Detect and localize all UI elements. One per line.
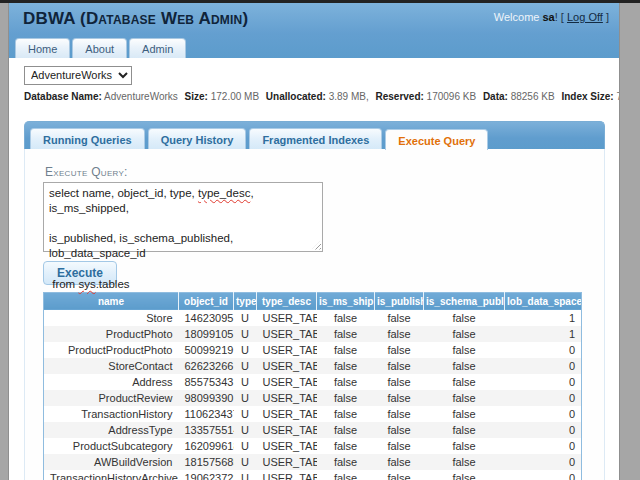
stat-label: Data:: [483, 91, 508, 102]
column-header-object-id: object_id: [179, 292, 234, 310]
stat-value: 170096 KB: [427, 91, 477, 102]
cell-type-desc: USER_TABLE: [257, 326, 317, 342]
cell-name: ProductProductPhoto: [44, 342, 179, 358]
stat-value: 77168 KB: [616, 91, 620, 102]
cell-is-schema-published: false: [424, 374, 505, 390]
tab-running-queries[interactable]: Running Queries: [30, 128, 145, 149]
cell-type: U: [234, 470, 257, 480]
cell-lob-data-space-id: 0: [505, 374, 582, 390]
stat-label: Size:: [185, 91, 208, 102]
sql-query-input[interactable]: select name, object_id, type, type_desc,…: [43, 182, 323, 252]
cell-type: U: [234, 358, 257, 374]
cell-is-published: false: [375, 422, 424, 438]
main-nav: Home About Admin: [15, 38, 186, 58]
sql-text: .tables: [96, 278, 130, 290]
cell-lob-data-space-id: 1: [505, 326, 582, 342]
table-row: ProductPhoto 18099105 U USER_TABLE false…: [44, 326, 582, 342]
cell-is-ms-shipped: false: [317, 358, 375, 374]
execute-query-panel: Execute Query: select name, object_id, t…: [24, 149, 605, 480]
cell-is-schema-published: false: [424, 438, 505, 454]
cell-lob-data-space-id: 1: [505, 310, 582, 326]
cell-object-id: 133575514: [179, 422, 234, 438]
logoff-link[interactable]: Log Off: [567, 11, 603, 23]
cell-type-desc: USER_TABLE: [257, 406, 317, 422]
app-header: DBWA (Database Web Admin) Welcome sa! [ …: [9, 3, 619, 58]
column-header-type: type: [234, 292, 257, 310]
cell-is-schema-published: false: [424, 390, 505, 406]
cell-is-schema-published: false: [424, 454, 505, 470]
table-row: TransactionHistoryArchive 190623722 U US…: [44, 470, 582, 480]
table-row: Address 85575343 U USER_TABLE false fals…: [44, 374, 582, 390]
cell-name: ProductPhoto: [44, 326, 179, 342]
sql-text-misspelled: type_desc: [198, 187, 250, 199]
cell-type: U: [234, 342, 257, 358]
nav-item-about[interactable]: About: [72, 38, 127, 58]
sql-text: is_published, is_schema_published, lob_d…: [49, 232, 236, 259]
query-tabs-widget: Running Queries Query History Fragmented…: [24, 121, 605, 480]
database-select[interactable]: AdventureWorks: [24, 66, 132, 85]
table-row: TransactionHistory 110623437 U USER_TABL…: [44, 406, 582, 422]
cell-is-ms-shipped: false: [317, 422, 375, 438]
cell-lob-data-space-id: 0: [505, 438, 582, 454]
table-row: StoreContact 62623266 U USER_TABLE false…: [44, 358, 582, 374]
stat-label: Reserved:: [375, 91, 423, 102]
cell-type: U: [234, 454, 257, 470]
welcome-bracket-close: ]: [603, 11, 609, 23]
cell-object-id: 98099390: [179, 390, 234, 406]
cell-lob-data-space-id: 0: [505, 422, 582, 438]
cell-object-id: 18099105: [179, 326, 234, 342]
cell-lob-data-space-id: 0: [505, 358, 582, 374]
cell-type-desc: USER_TABLE: [257, 390, 317, 406]
nav-item-home[interactable]: Home: [15, 38, 70, 58]
cell-is-published: false: [375, 342, 424, 358]
cell-type: U: [234, 374, 257, 390]
tab-query-history[interactable]: Query History: [148, 128, 247, 149]
cell-type-desc: USER_TABLE: [257, 422, 317, 438]
cell-name: Address: [44, 374, 179, 390]
welcome-text: Welcome: [494, 11, 543, 23]
cell-is-published: false: [375, 310, 424, 326]
cell-object-id: 85575343: [179, 374, 234, 390]
cell-type: U: [234, 390, 257, 406]
cell-type: U: [234, 326, 257, 342]
stat-value: AdventureWorks: [104, 91, 178, 102]
cell-type-desc: USER_TABLE: [257, 454, 317, 470]
resize-grip-icon[interactable]: [312, 241, 321, 250]
cell-is-ms-shipped: false: [317, 374, 375, 390]
username: sa: [543, 11, 555, 23]
cell-is-schema-published: false: [424, 342, 505, 358]
tab-execute-query[interactable]: Execute Query: [385, 129, 488, 150]
cell-is-schema-published: false: [424, 358, 505, 374]
cell-is-schema-published: false: [424, 326, 505, 342]
tab-fragmented-indexes[interactable]: Fragmented Indexes: [249, 128, 382, 149]
cell-object-id: 162099618: [179, 438, 234, 454]
column-header-is-ms-shipped: is_ms_shipped: [317, 292, 375, 310]
table-row: Store 14623095 U USER_TABLE false false …: [44, 310, 582, 326]
nav-item-admin[interactable]: Admin: [129, 38, 186, 58]
cell-name: ProductSubcategory: [44, 438, 179, 454]
sql-text-misspelled: sys: [78, 278, 95, 290]
stat-label: Database Name:: [24, 91, 102, 102]
results-header-row: name object_id type type_desc is_ms_ship…: [44, 292, 582, 310]
cell-name: TransactionHistory: [44, 406, 179, 422]
cell-is-published: false: [375, 374, 424, 390]
cell-type: U: [234, 438, 257, 454]
cell-object-id: 110623437: [179, 406, 234, 422]
column-header-lob-data-space-id: lob_data_space_id: [505, 292, 582, 310]
table-row: ProductReview 98099390 U USER_TABLE fals…: [44, 390, 582, 406]
cell-is-schema-published: false: [424, 406, 505, 422]
cell-is-schema-published: false: [424, 422, 505, 438]
cell-type: U: [234, 406, 257, 422]
table-row: AWBuildVersion 181575685 U USER_TABLE fa…: [44, 454, 582, 470]
cell-type-desc: USER_TABLE: [257, 342, 317, 358]
cell-type-desc: USER_TABLE: [257, 358, 317, 374]
cell-is-schema-published: false: [424, 310, 505, 326]
cell-type-desc: USER_TABLE: [257, 470, 317, 480]
sql-text: from: [49, 278, 78, 290]
cell-name: TransactionHistoryArchive: [44, 470, 179, 480]
cell-object-id: 190623722: [179, 470, 234, 480]
column-header-is-published: is_published: [375, 292, 424, 310]
column-header-is-schema-published: is_schema_published: [424, 292, 505, 310]
cell-object-id: 181575685: [179, 454, 234, 470]
cell-lob-data-space-id: 0: [505, 470, 582, 480]
